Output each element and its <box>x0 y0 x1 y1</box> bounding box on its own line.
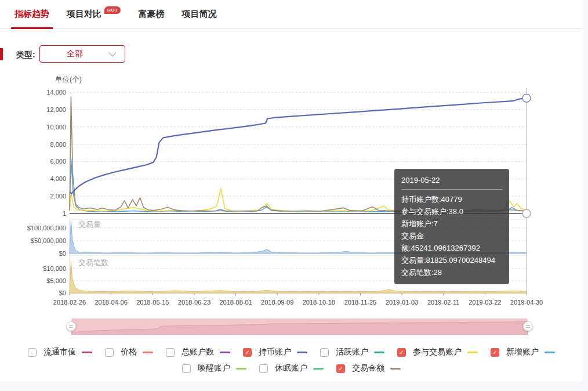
legend-label: 参与交易账户 <box>413 347 462 357</box>
volume-pane-label: 交易量 <box>78 220 101 229</box>
legend-item-总账户数[interactable]: 总账户数 <box>166 347 230 357</box>
checkbox-unchecked-icon[interactable] <box>166 348 175 357</box>
legend-item-价格[interactable]: 价格 <box>105 347 153 357</box>
type-filter-dropdown[interactable]: 全部 <box>39 45 125 63</box>
checkbox-unchecked-icon[interactable] <box>182 364 191 373</box>
checkbox-unchecked-icon[interactable] <box>28 348 37 357</box>
legend-item-交易金额[interactable]: ✓交易金额 <box>336 363 401 374</box>
legend-row-1: 流通市值价格总账户数✓持币账户活跃账户✓参与交易账户✓新增账户 <box>0 346 583 359</box>
x-axis-tick-label: 2019-01-03 <box>386 299 418 306</box>
legend-item-参与交易账户[interactable]: ✓参与交易账户 <box>397 347 478 357</box>
tooltip-line: 参与交易账户:38.0 <box>401 205 502 218</box>
legend-color-line <box>313 368 324 370</box>
x-axis-tick-label: 2019-02-11 <box>427 299 459 306</box>
x-axis-tick-label: 2018-09-09 <box>261 299 293 306</box>
brush-preview <box>71 318 528 335</box>
legend-item-唤醒账户[interactable]: 唤醒账户 <box>182 363 246 374</box>
legend-label: 活跃账户 <box>336 347 368 357</box>
legend-label: 休眠账户 <box>275 363 307 374</box>
tooltip-line: 交易金额:45241.09613267392 <box>401 230 502 254</box>
legend-label: 新增账户 <box>506 347 539 357</box>
y-axis-tick-label: 14,000 <box>46 89 66 96</box>
legend-label: 流通市值 <box>43 347 76 357</box>
legend-item-休眠账户[interactable]: 休眠账户 <box>259 363 324 374</box>
page-background-strip <box>0 382 588 391</box>
legend-row-2: 唤醒账户休眠账户✓交易金额 <box>0 362 583 375</box>
y-axis-tick-label: 2,000 <box>50 193 66 200</box>
x-axis-tick-label: 2019-04-30 <box>510 299 543 306</box>
legend-color-line <box>374 352 384 353</box>
legend-label: 唤醒账户 <box>198 363 230 374</box>
type-filter-label: 类型: <box>16 50 35 60</box>
y-axis-tick-label: $50,000,000 <box>31 237 66 244</box>
legend-item-活跃账户[interactable]: 活跃账户 <box>320 347 384 357</box>
hover-marker <box>522 209 531 218</box>
checkbox-checked-icon[interactable]: ✓ <box>336 364 345 373</box>
legend-color-line <box>390 368 401 370</box>
checkbox-checked-icon[interactable]: ✓ <box>491 348 499 357</box>
tab-indicator-trend[interactable]: 指标趋势 <box>14 0 49 29</box>
legend-color-line <box>467 352 478 353</box>
y-axis-tick-label: $0 <box>59 250 66 257</box>
x-axis-tick-label: 2018-05-15 <box>136 299 169 306</box>
y-axis-tick-label: $10,000 <box>43 265 66 272</box>
tooltip-date: 2019-05-22 <box>401 174 502 186</box>
legend-color-line <box>143 352 153 353</box>
brush-handle-left[interactable] <box>66 321 76 331</box>
checkbox-checked-icon[interactable]: ✓ <box>397 348 406 357</box>
checkbox-unchecked-icon[interactable] <box>320 348 329 357</box>
tooltip-line: 持币账户数:40779 <box>401 193 502 205</box>
tab-rich-list[interactable]: 富豪榜 <box>138 0 164 29</box>
legend-item-流通市值[interactable]: 流通市值 <box>28 347 92 357</box>
brush-handle-right[interactable] <box>523 321 533 331</box>
x-axis-tick-label: 2018-10-18 <box>303 299 335 306</box>
page-background-strip <box>583 0 588 391</box>
legend-label: 价格 <box>121 347 137 357</box>
y-axis-tick-label: $100,000,000 <box>27 225 66 231</box>
y-axis-tick-label: 1 <box>63 210 66 217</box>
legend-color-line <box>545 352 555 353</box>
chart-tooltip: 2019-05-22 持币账户数:40779 参与交易账户:38.0 新增账户:… <box>394 169 509 284</box>
y-axis-tick-label: $5,000 <box>46 277 66 284</box>
checkbox-unchecked-icon[interactable] <box>259 364 268 373</box>
legend-item-持币账户[interactable]: ✓持币账户 <box>243 347 307 357</box>
y-axis-tick-label: 8,000 <box>50 141 66 148</box>
legend-label: 总账户数 <box>182 347 214 357</box>
tooltip-line: 交易笔数:28 <box>401 266 502 278</box>
tab-label: 项目简况 <box>182 9 216 20</box>
chevron-down-icon <box>109 49 117 57</box>
legend-label: 持币账户 <box>259 347 291 357</box>
legend-item-新增账户[interactable]: ✓新增账户 <box>491 347 555 357</box>
x-axis-tick-label: 2018-02-26 <box>53 299 86 306</box>
legend-color-line <box>297 352 307 353</box>
tab-label: 项目对比 <box>67 9 101 20</box>
unit-label: 单位(个) <box>55 75 82 84</box>
checkbox-unchecked-icon[interactable] <box>105 348 114 357</box>
tooltip-line: 新增账户:7 <box>401 218 502 230</box>
checkbox-checked-icon[interactable]: ✓ <box>243 348 252 357</box>
range-brush[interactable] <box>71 318 528 335</box>
legend-color-line <box>82 352 92 353</box>
brush-area <box>71 321 528 335</box>
tooltip-line: 交易量:81825.09700248494 <box>401 254 502 266</box>
section-accent-bar <box>0 48 3 60</box>
legend-color-line <box>236 368 246 370</box>
x-axis-tick-label: 2018-04-06 <box>95 299 127 306</box>
hover-marker <box>522 94 531 102</box>
tooltip-divider <box>401 189 502 190</box>
top-nav: 指标趋势 项目对比 HOT 富豪榜 项目简况 <box>0 0 583 29</box>
x-axis-tick-label: 2018-06-23 <box>178 299 210 306</box>
legend-label: 交易金额 <box>352 363 384 374</box>
x-axis-tick-label: 2018-11-25 <box>344 299 376 306</box>
tab-label: 指标趋势 <box>14 9 49 20</box>
tab-label: 富豪榜 <box>138 9 164 20</box>
tab-project-compare[interactable]: 项目对比 HOT <box>67 0 121 29</box>
tab-project-profile[interactable]: 项目简况 <box>182 0 216 29</box>
legend-color-line <box>220 352 230 353</box>
y-axis-tick-label: 6,000 <box>50 158 66 165</box>
txcount-pane-label: 交易笔数 <box>78 258 108 267</box>
x-axis-tick-label: 2019-03-22 <box>469 299 501 306</box>
dropdown-value: 全部 <box>67 49 83 59</box>
x-axis-tick-label: 2018-08-01 <box>219 299 252 306</box>
y-axis-tick-label: 10,000 <box>46 124 66 131</box>
